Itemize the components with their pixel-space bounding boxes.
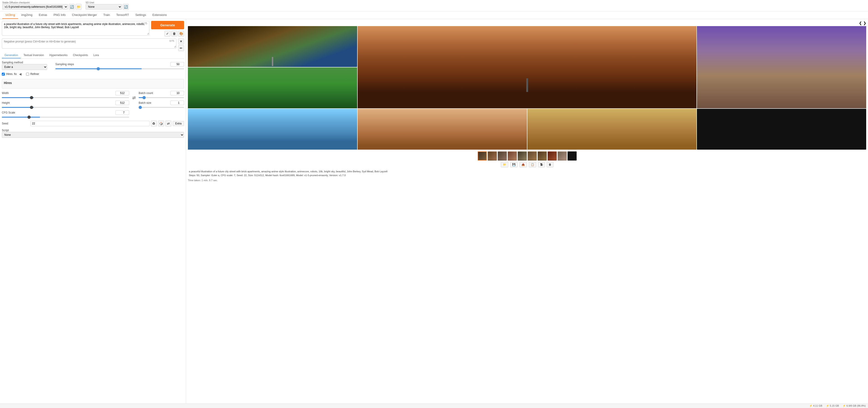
- tab-img2img[interactable]: img2img: [18, 11, 36, 19]
- image-params: Steps: 50, Sampler: Euler a, CFG scale: …: [189, 174, 346, 177]
- subtab-generation[interactable]: Generation: [2, 53, 21, 58]
- height-input[interactable]: [116, 100, 129, 105]
- style-icon-btn[interactable]: 🎨: [178, 31, 184, 36]
- vram1: ⚡ 4.11 GB: [809, 404, 822, 407]
- image-meta-time: Time taken: 1 min. 9.7 sec.: [188, 179, 866, 182]
- batch-size-input[interactable]: [170, 100, 184, 105]
- neg-close-btn[interactable]: ✕: [178, 38, 184, 44]
- thumb-3[interactable]: [498, 151, 507, 161]
- width-slider[interactable]: [2, 97, 129, 98]
- save-btn[interactable]: 💾: [510, 162, 518, 167]
- subtab-textual-inversion[interactable]: Textual Inversion: [21, 53, 46, 58]
- sd-unet-dropdown[interactable]: None: [86, 4, 122, 9]
- subtab-lora[interactable]: Lora: [91, 53, 102, 58]
- batch-count-input[interactable]: [170, 91, 184, 95]
- cfg-scale-slider[interactable]: [2, 117, 129, 118]
- neg-pencil-btn[interactable]: ✏: [178, 45, 184, 51]
- subtab-checkpoints[interactable]: Checkpoints: [70, 53, 91, 58]
- copy-image-btn[interactable]: 📋: [529, 162, 536, 167]
- thumb-8[interactable]: [548, 151, 557, 161]
- height-label: Height: [2, 101, 29, 105]
- tab-txt2img[interactable]: txt2img: [2, 11, 18, 19]
- extra-btn[interactable]: Extra: [173, 121, 184, 126]
- sd-unet-refresh-btn[interactable]: 🔄: [123, 4, 129, 10]
- tab-train[interactable]: Train: [100, 11, 113, 19]
- thumb-4[interactable]: [508, 151, 517, 161]
- nav-left-btn[interactable]: ❮: [859, 21, 862, 25]
- hires-fix-label: Hires. fix: [6, 72, 17, 76]
- tab-extensions[interactable]: Extensions: [149, 11, 170, 19]
- model-dropdown[interactable]: v1-5-pruned-emaonly.safetensors [6ce0161…: [2, 4, 68, 9]
- grid-image-9-black: [697, 109, 866, 150]
- thumb-10[interactable]: [567, 151, 577, 161]
- tab-checkpoint-merger[interactable]: Checkpoint Merger: [69, 11, 100, 19]
- cfg-scale-input[interactable]: [116, 110, 129, 115]
- sampling-steps-input[interactable]: 50: [170, 62, 184, 66]
- hires-arrow-btn[interactable]: ◀: [19, 72, 22, 76]
- batch-count-slider[interactable]: [138, 97, 184, 98]
- dimensions-col: Width Height: [2, 91, 129, 118]
- grid-image-3: [697, 26, 866, 108]
- width-row: Width: [2, 91, 129, 99]
- thumb-6[interactable]: [528, 151, 537, 161]
- tab-pnginfo[interactable]: PNG Info: [51, 11, 69, 19]
- controls-section: Sampling method Euler a Sampling steps 5…: [2, 61, 184, 138]
- seed-label: Seed: [2, 122, 29, 125]
- exchange-btn[interactable]: ⇄: [132, 95, 136, 100]
- thumb-2[interactable]: [488, 151, 497, 161]
- width-input[interactable]: [116, 91, 129, 95]
- grid-image-2: [358, 26, 697, 108]
- height-slider[interactable]: [2, 107, 129, 108]
- send-btn[interactable]: 📤: [520, 162, 527, 167]
- seed-input[interactable]: [30, 121, 150, 126]
- nav-tabs: txt2img img2img Extras PNG Info Checkpoi…: [0, 11, 868, 19]
- thumb-5[interactable]: [518, 151, 527, 161]
- grid-image-8: [527, 109, 697, 150]
- tab-tensorrt[interactable]: TensorRT: [113, 11, 132, 19]
- neg-prompt-counter: 0/75: [169, 39, 174, 42]
- model-icon-btn[interactable]: 📁: [75, 4, 82, 10]
- thumb-1[interactable]: [478, 151, 487, 161]
- status-bar: ⚡ 4.11 GB ⚡ 5.15 GB ⚡ 6.9/8 GB (86.8%): [0, 404, 868, 408]
- right-actions: Generate ✓ 🗑 🎨: [151, 21, 184, 36]
- image-grid: [188, 26, 866, 150]
- tab-settings[interactable]: Settings: [132, 11, 149, 19]
- subtab-hypernetworks[interactable]: Hypernetworks: [46, 53, 70, 58]
- neg-prompt-textarea[interactable]: [2, 38, 176, 48]
- delete-btn[interactable]: 🗑: [547, 162, 554, 167]
- image-actions: 📁 💾 📤 📋 🗜 🗑: [188, 162, 866, 167]
- thumbnail-strip: [188, 151, 866, 161]
- batch-col: Batch count Batch size: [138, 91, 184, 109]
- tab-extras[interactable]: Extras: [36, 11, 51, 19]
- copy-icon-btn[interactable]: ✓: [164, 31, 170, 36]
- thumb-7[interactable]: [537, 151, 547, 161]
- seed-exchange-btn[interactable]: ⇄: [165, 121, 171, 126]
- trash-icon-btn[interactable]: 🗑: [171, 31, 177, 36]
- left-panel: 41/75 Generate ✓ 🗑 🎨 0/75: [0, 19, 186, 404]
- height-row: Height: [2, 100, 129, 109]
- open-folder-btn[interactable]: 📁: [501, 162, 508, 167]
- seed-recycle-btn[interactable]: ♻: [151, 121, 157, 126]
- sampling-steps-slider[interactable]: [55, 68, 184, 69]
- right-panel: ❮ ❯: [186, 19, 868, 404]
- batch-size-slider[interactable]: [138, 107, 184, 108]
- batch-size-label: Batch size: [138, 101, 166, 105]
- refiner-checkbox[interactable]: [26, 72, 29, 76]
- cfg-scale-label: CFG Scale: [2, 111, 29, 114]
- zip-btn[interactable]: 🗜: [538, 162, 545, 167]
- refresh-model-btn[interactable]: 🔄: [69, 4, 75, 10]
- prompt-textarea[interactable]: [2, 21, 149, 35]
- sub-tabs: Generation Textual Inversion Hypernetwor…: [2, 53, 184, 59]
- seed-dice-btn[interactable]: 🎲: [158, 121, 164, 126]
- nav-right-btn[interactable]: ❯: [863, 21, 866, 25]
- generate-button[interactable]: Generate: [151, 21, 184, 29]
- sampling-row: Sampling method Euler a Sampling steps 5…: [2, 61, 184, 70]
- neg-prompt-container: 0/75: [2, 38, 176, 49]
- thumb-9[interactable]: [558, 151, 567, 161]
- hires-fix-checkbox[interactable]: [2, 72, 5, 76]
- sd-unet-label: SD Unet: [86, 1, 129, 4]
- script-select[interactable]: None: [2, 132, 184, 138]
- refiner-row: Refiner: [26, 72, 39, 76]
- image-meta: a peaceful illustration of a future city…: [188, 169, 866, 178]
- sampling-method-select[interactable]: Euler a: [2, 64, 47, 70]
